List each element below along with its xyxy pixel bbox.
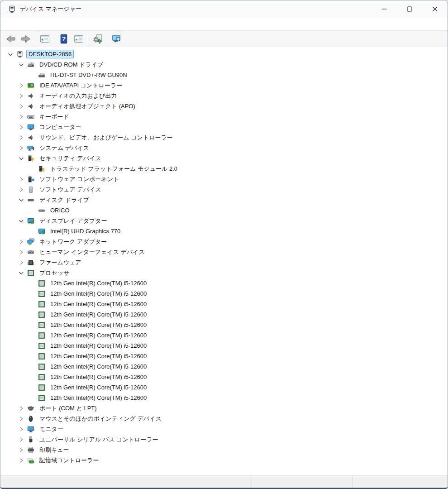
chevron-down-icon[interactable] [16,59,27,70]
properties-button[interactable] [71,32,86,46]
forward-button[interactable] [18,32,33,46]
chevron-right-icon[interactable] [16,111,27,122]
tree-item-label: HL-DT-ST DVD+-RW GU90N [48,71,129,79]
chevron-down-icon[interactable] [16,216,27,226]
chevron-right-icon[interactable] [16,445,27,455]
tree-item[interactable]: モニター [0,424,448,434]
status-section [0,475,252,488]
tree-item[interactable]: ディスク ドライブ [0,195,448,205]
tree-item[interactable]: 12th Gen Intel(R) Core(TM) i5-12600 [0,382,448,393]
tree-item[interactable]: 12th Gen Intel(R) Core(TM) i5-12600 [0,351,448,361]
disk-drive-icon [27,197,35,204]
chevron-right-icon[interactable] [16,236,27,247]
chevron-right-icon[interactable] [16,424,27,434]
chevron-right-icon[interactable] [16,132,27,143]
expander-spacer [27,372,38,382]
expander-spacer [27,163,38,174]
tree-item[interactable]: システム デバイス [0,143,448,153]
monitor-icon [27,124,35,131]
tree-item[interactable]: 記憶域コントローラー [0,455,448,465]
tree-item[interactable]: ORICO [0,205,448,216]
display-adapter-icon [38,228,46,235]
processor-icon [38,290,46,297]
tree-item[interactable]: 12th Gen Intel(R) Core(TM) i5-12600 [0,361,448,372]
expander-spacer [27,226,38,236]
chevron-down-icon[interactable] [16,268,27,278]
tree-item[interactable]: 12th Gen Intel(R) Core(TM) i5-12600 [0,299,448,309]
chevron-right-icon[interactable] [16,403,27,413]
tree-item-label: システム デバイス [37,143,91,153]
dvd-drive-icon [38,72,46,79]
chevron-right-icon[interactable] [16,122,27,132]
tree-item[interactable]: ネットワーク アダプター [0,236,448,247]
help-button[interactable]: ? [56,32,71,46]
tree-item[interactable]: トラステッド プラットフォーム モジュール 2.0 [0,163,448,174]
tree-item[interactable]: IDE ATA/ATAPI コントローラー [0,80,448,91]
chevron-right-icon[interactable] [16,101,27,111]
chevron-down-icon[interactable] [5,49,16,59]
security-device-icon [27,155,35,162]
tree-item[interactable]: 12th Gen Intel(R) Core(TM) i5-12600 [0,372,448,382]
tree-item[interactable]: オーディオの入力および出力 [0,91,448,101]
chevron-right-icon[interactable] [16,80,27,91]
tree-item[interactable]: マウスとそのほかのポインティング デバイス [0,413,448,424]
menu-item-file[interactable] [3,22,13,26]
tree-item[interactable]: ポート (COM と LPT) [0,403,448,413]
tree-item[interactable]: ディスプレイ アダプター [0,216,448,226]
tree-item[interactable]: 12th Gen Intel(R) Core(TM) i5-12600 [0,288,448,299]
processor-icon [38,374,46,381]
tree-item[interactable]: 12th Gen Intel(R) Core(TM) i5-12600 [0,309,448,320]
minimize-button[interactable] [372,0,397,18]
status-section [353,475,448,488]
window-title: デバイス マネージャー [20,5,81,13]
tree-item-label: ディスク ドライブ [37,195,91,205]
tree-item[interactable]: プロセッサ [0,268,448,278]
tree-item[interactable]: ソフトウェア デバイス [0,184,448,195]
tree-item[interactable]: 12th Gen Intel(R) Core(TM) i5-12600 [0,340,448,351]
chevron-right-icon[interactable] [16,455,27,465]
tree-item[interactable]: オーディオ処理オブジェクト (APO) [0,101,448,111]
chevron-right-icon[interactable] [16,257,27,268]
console-tree-button[interactable] [37,32,52,46]
menu-item-action[interactable] [15,22,25,26]
tree-item[interactable]: 12th Gen Intel(R) Core(TM) i5-12600 [0,278,448,288]
tree-item[interactable]: HL-DT-ST DVD+-RW GU90N [0,70,448,80]
tree-item[interactable]: Intel(R) UHD Graphics 770 [0,226,448,236]
tree-item[interactable]: サウンド、ビデオ、およびゲーム コントローラー [0,132,448,143]
tree-item[interactable]: コンピューター [0,122,448,132]
tree-item[interactable]: キーボード [0,111,448,122]
chevron-right-icon[interactable] [16,434,27,445]
chevron-right-icon[interactable] [16,413,27,424]
chevron-right-icon[interactable] [16,143,27,153]
tree-item[interactable]: 12th Gen Intel(R) Core(TM) i5-12600 [0,330,448,340]
tree-item[interactable]: ソフトウェア コンポーネント [0,174,448,184]
tree-item-label: 印刷キュー [37,445,71,455]
menu-item-help[interactable] [39,22,49,26]
maximize-button[interactable] [397,0,422,18]
chevron-down-icon[interactable] [16,153,27,163]
chevron-right-icon[interactable] [16,247,27,257]
tree-item-label: トラステッド プラットフォーム モジュール 2.0 [48,164,180,174]
tree-item[interactable]: 12th Gen Intel(R) Core(TM) i5-12600 [0,320,448,330]
expander-spacer [27,340,38,351]
tree-item-label: ポート (COM と LPT) [37,403,99,413]
chevron-right-icon[interactable] [16,174,27,184]
tree-item[interactable]: ヒューマン インターフェイス デバイス [0,247,448,257]
back-button[interactable] [3,32,18,46]
expander-spacer [27,320,38,330]
tree-item[interactable]: ファームウェア [0,257,448,268]
tree-item[interactable]: DVD/CD-ROM ドライブ [0,59,448,70]
update-driver-button[interactable] [90,32,105,46]
chevron-right-icon[interactable] [16,184,27,195]
tree-item[interactable]: ユニバーサル シリアル バス コントローラー [0,434,448,445]
scan-hardware-button[interactable] [109,32,124,46]
tree-item[interactable]: 12th Gen Intel(R) Core(TM) i5-12600 [0,393,448,403]
tree-item-label: DESKTOP-2856 [26,50,74,58]
menu-item-view[interactable] [27,22,37,26]
tree-item[interactable]: DESKTOP-2856 [0,49,448,59]
close-button[interactable] [422,0,448,18]
tree-item[interactable]: セキュリティ デバイス [0,153,448,163]
chevron-down-icon[interactable] [16,195,27,205]
chevron-right-icon[interactable] [16,91,27,101]
tree-item[interactable]: 印刷キュー [0,445,448,455]
